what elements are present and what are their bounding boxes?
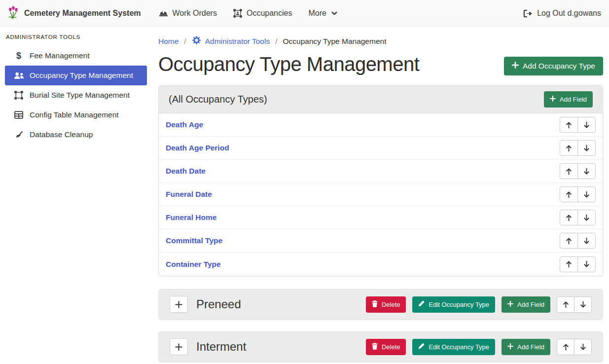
table-icon <box>13 111 24 119</box>
add-field-button[interactable]: Add Field <box>502 296 550 313</box>
dollar-icon: $ <box>13 51 24 61</box>
field-row-funeral-home: Funeral Home <box>159 206 603 229</box>
field-row-death-age: Death Age <box>159 113 603 137</box>
breadcrumb-current: Occupancy Type Management <box>283 37 387 46</box>
edit-occupancy-type-button[interactable]: Edit Occupancy Type <box>412 296 495 313</box>
move-up-button[interactable] <box>560 117 578 133</box>
field-row-death-age-period: Death Age Period <box>159 137 603 160</box>
add-occupancy-type-button[interactable]: Add Occupancy Type <box>504 57 603 75</box>
add-field-button[interactable]: Add Field <box>502 339 550 355</box>
move-down-button[interactable] <box>577 256 596 272</box>
nav-work-orders[interactable]: Work Orders <box>159 9 217 18</box>
move-up-button[interactable] <box>557 296 574 313</box>
nav-more-label: More <box>308 9 326 18</box>
reorder-buttons <box>560 140 596 156</box>
section-title: Interment <box>196 340 366 354</box>
nav-more-menu[interactable]: More <box>308 9 337 18</box>
pencil-icon <box>418 300 425 308</box>
logout-label: Log Out d.gowans <box>537 9 601 18</box>
sidebar-heading: ADMINISTRATOR TOOLS <box>0 30 153 46</box>
broom-icon <box>13 131 24 139</box>
field-link[interactable]: Funeral Date <box>166 190 212 199</box>
plus-icon <box>512 62 519 71</box>
sidebar-item-database-cleanup[interactable]: Database Cleanup <box>5 125 147 145</box>
edit-occupancy-type-button[interactable]: Edit Occupancy Type <box>412 339 495 355</box>
all-occupancy-types-panel: (All Occupancy Types) Add Field Death Ag… <box>158 85 603 276</box>
section-title: Preneed <box>196 297 366 311</box>
field-row-container-type: Container Type <box>159 253 603 276</box>
add-field-label: Add Field <box>517 301 544 308</box>
sidebar-item-config-table-management[interactable]: Config Table Management <box>5 105 147 125</box>
sidebar-item-label: Config Table Management <box>30 110 119 119</box>
breadcrumb: Home / <box>158 36 603 47</box>
sidebar-item-burial-site-type-management[interactable]: Burial Site Type Management <box>5 85 147 105</box>
delete-label: Delete <box>382 301 400 308</box>
move-down-button[interactable] <box>574 339 592 355</box>
sidebar-item-label: Database Cleanup <box>30 130 93 139</box>
move-down-button[interactable] <box>577 140 596 156</box>
expand-section-button[interactable] <box>170 296 188 313</box>
brand-title: Cemetery Management System <box>24 9 141 18</box>
field-link[interactable]: Death Age Period <box>166 144 229 152</box>
sidebar-item-fee-management[interactable]: $ Fee Management <box>5 46 147 66</box>
breadcrumb-separator: / <box>275 37 277 46</box>
trash-icon <box>372 300 378 309</box>
logout-button[interactable]: Log Out d.gowans <box>523 9 601 18</box>
nav-occupancies[interactable]: Occupancies <box>233 9 292 18</box>
section-actions: Delete Edit Occupancy Type Add Field <box>366 296 592 313</box>
breadcrumb-admin-tools-link[interactable]: Administrator Tools <box>192 36 270 47</box>
gear-icon <box>192 36 201 47</box>
sidebar-item-label: Occupancy Type Management <box>30 71 133 80</box>
all-occupancy-types-title: (All Occupancy Types) <box>169 94 267 105</box>
top-navbar: Cemetery Management System Work Orders <box>0 0 609 27</box>
tulips-logo-icon <box>8 5 19 22</box>
move-up-button[interactable] <box>560 163 578 179</box>
sidebar-item-occupancy-type-management[interactable]: Occupancy Type Management <box>5 66 147 85</box>
move-down-button[interactable] <box>577 117 596 133</box>
field-row-funeral-date: Funeral Date <box>159 183 603 206</box>
delete-button[interactable]: Delete <box>366 339 406 355</box>
plus-icon <box>507 343 513 351</box>
move-down-button[interactable] <box>577 163 596 179</box>
delete-button[interactable]: Delete <box>366 296 406 313</box>
breadcrumb-home-link[interactable]: Home <box>158 37 179 46</box>
move-up-button[interactable] <box>560 140 578 156</box>
brand-home-link[interactable]: Cemetery Management System <box>8 5 141 22</box>
occupancy-type-section-interment: Interment Delete Edit Occupancy Type <box>158 331 603 363</box>
plus-icon <box>507 301 513 308</box>
move-down-button[interactable] <box>577 186 596 202</box>
field-link[interactable]: Death Age <box>166 120 203 129</box>
add-field-button[interactable]: Add Field <box>544 91 593 108</box>
field-link[interactable]: Death Date <box>166 167 206 176</box>
move-up-button[interactable] <box>560 256 578 272</box>
reorder-buttons <box>560 186 596 202</box>
app-window: Cemetery Management System Work Orders <box>0 0 609 364</box>
nav-occupancies-label: Occupancies <box>247 9 292 18</box>
sidebar-item-label: Fee Management <box>30 51 90 60</box>
field-link[interactable]: Committal Type <box>166 236 222 245</box>
section-actions: Delete Edit Occupancy Type Add Field <box>366 339 592 355</box>
breadcrumb-admin-tools-label: Administrator Tools <box>205 37 270 46</box>
move-up-button[interactable] <box>560 186 578 202</box>
frame-icon <box>13 91 24 100</box>
field-link[interactable]: Funeral Home <box>166 213 216 222</box>
reorder-buttons <box>557 296 592 313</box>
nav-work-orders-label: Work Orders <box>173 9 217 18</box>
field-link[interactable]: Container Type <box>166 260 221 269</box>
users-icon <box>13 72 24 79</box>
field-row-death-date: Death Date <box>159 160 603 183</box>
breadcrumb-separator: / <box>184 37 186 46</box>
page-header: Occupancy Type Management Add Occupancy … <box>158 53 603 75</box>
trash-icon <box>372 343 378 351</box>
move-up-button[interactable] <box>557 339 574 355</box>
move-down-button[interactable] <box>577 233 596 249</box>
hard-hat-icon <box>159 9 168 17</box>
move-up-button[interactable] <box>560 233 578 249</box>
expand-section-button[interactable] <box>170 338 188 355</box>
move-down-button[interactable] <box>574 296 592 313</box>
move-down-button[interactable] <box>577 210 596 225</box>
pencil-icon <box>418 343 425 351</box>
move-up-button[interactable] <box>560 210 578 225</box>
field-row-committal-type: Committal Type <box>159 229 603 253</box>
main-content: Home / <box>153 27 609 364</box>
